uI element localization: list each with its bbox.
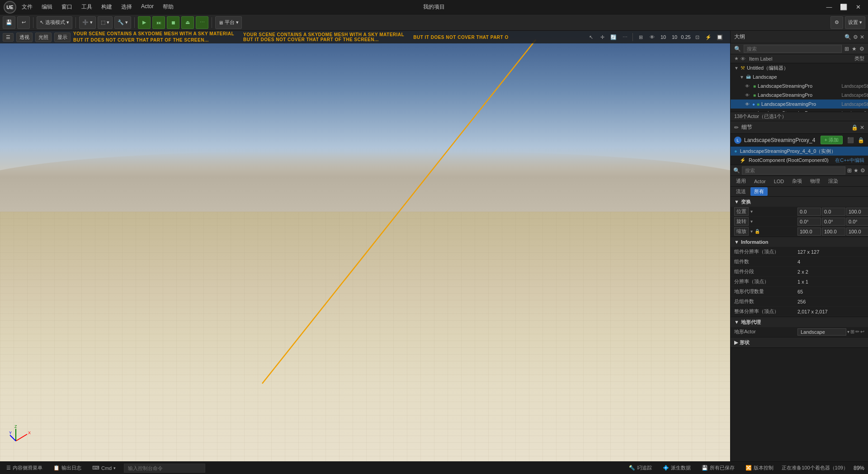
tree-item-untitled[interactable]: ▼ ⚒ Untitled（编辑器） xyxy=(731,63,868,72)
shape-section-header[interactable]: ▶ 形状 xyxy=(731,337,868,347)
vp-grid-icon[interactable]: ⊞ xyxy=(636,32,646,42)
settings-button[interactable]: ⚙ xyxy=(830,16,843,29)
eye-icon1[interactable]: 👁 xyxy=(745,84,750,89)
settings-label-button[interactable]: 设置 ▾ xyxy=(845,16,865,29)
outliner-star-icon[interactable]: ★ xyxy=(852,46,857,52)
tab-misc[interactable]: 杂项 xyxy=(788,177,806,185)
play-button[interactable]: ▶ xyxy=(138,16,151,29)
vp-view-icon[interactable]: 👁 xyxy=(647,32,657,42)
undo-button[interactable]: ↩ xyxy=(17,16,30,29)
tab-physics[interactable]: 物理 xyxy=(807,177,824,185)
menu-actor[interactable]: Actor xyxy=(139,2,156,12)
information-section-header[interactable]: ▼ Information xyxy=(731,237,868,247)
save-button[interactable]: 💾 xyxy=(3,16,15,29)
tab-lod[interactable]: LOD xyxy=(770,178,788,185)
vp-perspective-button[interactable]: 透视 xyxy=(16,33,33,42)
minimize-button[interactable]: — xyxy=(823,3,835,12)
comp-root-link[interactable]: 在C++中编辑 xyxy=(835,157,864,164)
platform-button[interactable]: 🖥 平台 ▾ xyxy=(215,16,242,29)
rot-dropdown[interactable]: 旋转 xyxy=(734,217,749,226)
stop-button[interactable]: ⏹ xyxy=(167,16,179,29)
outliner-gear-icon[interactable]: ⚙ xyxy=(859,46,864,52)
eye-icon3[interactable]: 👁 xyxy=(745,102,750,107)
eye-icon2[interactable]: 👁 xyxy=(745,93,750,98)
vp-more-icon[interactable]: ⋯ xyxy=(620,32,630,42)
tree-item-landscape[interactable]: ▼ 🏔 Landscape xyxy=(731,72,868,81)
vp-show-button[interactable]: 显示 xyxy=(54,33,71,42)
terrain-proxy-section-header[interactable]: ▼ 地形代理 xyxy=(731,317,868,327)
close-button[interactable]: ✕ xyxy=(852,3,864,12)
comp-item-main[interactable]: ● LandscapeStreamingProxy_4_4_0（实例） xyxy=(731,147,868,156)
details-search-input[interactable] xyxy=(742,166,845,175)
outliner-settings-icon[interactable]: ⚙ xyxy=(853,34,858,40)
skip-button[interactable]: ⏭ xyxy=(152,16,165,29)
details-close-icon[interactable]: ✕ xyxy=(860,124,864,131)
add-button[interactable]: ➕ ▾ xyxy=(79,16,96,29)
rot-y-input[interactable] xyxy=(822,218,845,226)
outliner-close-icon[interactable]: ✕ xyxy=(860,34,864,40)
rot-x-input[interactable] xyxy=(797,218,821,226)
vp-menu-button[interactable]: ☰ xyxy=(3,33,14,42)
output-log-button[interactable]: 📋 输出日志 xyxy=(51,464,84,472)
details-settings-icon[interactable]: ⚙ xyxy=(860,167,865,174)
vp-icon2[interactable]: ⚡ xyxy=(703,32,713,42)
outliner-type-icon[interactable]: ⊞ xyxy=(844,46,849,52)
details-lock-icon[interactable]: 🔒 xyxy=(851,124,858,131)
subtab-streaming[interactable]: 流送 xyxy=(732,187,750,196)
pos-x-input[interactable] xyxy=(797,208,821,216)
details-grid-icon[interactable]: ⊞ xyxy=(847,167,852,174)
pos-y-input[interactable] xyxy=(822,208,845,216)
outliner-search-icon[interactable]: 🔍 xyxy=(844,34,851,40)
transform-section-header[interactable]: ▼ 变换 xyxy=(731,197,868,207)
spawn-data-button[interactable]: 💠 派生数据 xyxy=(660,464,693,472)
vp-lighting-button[interactable]: 光照 xyxy=(35,33,52,42)
tree-item-proxy4[interactable]: 👁 ■ LandscapeStreamingPro LandscapeSt xyxy=(731,109,868,112)
details-star-icon[interactable]: ★ xyxy=(854,167,859,174)
landscape-actor-dropdown[interactable]: Landscape ▾ xyxy=(797,328,849,336)
cmd-input[interactable] xyxy=(124,464,205,473)
tree-item-proxy1[interactable]: 👁 ■ LandscapeStreamingPro LandscapeSt xyxy=(731,81,868,90)
tree-item-proxy3[interactable]: 👁 ● ■ LandscapeStreamingPro LandscapeSt xyxy=(731,100,868,109)
eject-button[interactable]: ⏏ xyxy=(181,16,194,29)
tab-render[interactable]: 渲染 xyxy=(825,177,842,185)
maximize-button[interactable]: ⬜ xyxy=(837,3,850,12)
subtab-all[interactable]: 所有 xyxy=(750,187,768,196)
menu-edit[interactable]: 编辑 xyxy=(40,2,54,12)
maximize-icon[interactable]: ⬛ xyxy=(847,137,854,143)
more-play-button[interactable]: ⋯ xyxy=(196,16,208,29)
vp-icon3[interactable]: 🔲 xyxy=(715,32,725,42)
landscape-icon3[interactable]: ↩ xyxy=(860,329,864,335)
add-component-button[interactable]: + 添加 xyxy=(821,136,843,144)
pos-z-input[interactable] xyxy=(846,208,868,216)
landscape-icon1[interactable]: ⊞ xyxy=(850,329,854,335)
tree-item-proxy2[interactable]: 👁 ■ LandscapeStreamingPro LandscapeSt xyxy=(731,90,868,100)
version-control-button[interactable]: 🔀 版本控制 xyxy=(743,464,776,472)
path-tracing-button[interactable]: 🔦 叼追踪 xyxy=(626,464,655,472)
menu-build[interactable]: 构建 xyxy=(99,2,114,12)
menu-file[interactable]: 文件 xyxy=(20,2,34,12)
vp-move-icon[interactable]: ✛ xyxy=(597,32,607,42)
menu-select[interactable]: 选择 xyxy=(119,2,134,12)
comp-item-root[interactable]: ⚡ RootComponent (RootComponent0) 在C++中编辑 xyxy=(731,156,868,165)
cmd-button[interactable]: ⌨ Cmd ▾ xyxy=(90,464,118,472)
lock-scale-icon[interactable]: 🔒 xyxy=(755,229,760,234)
menu-tools[interactable]: 工具 xyxy=(80,2,94,12)
outliner-search-input[interactable] xyxy=(744,45,842,53)
menu-window[interactable]: 窗口 xyxy=(60,2,74,12)
viewport[interactable]: 透视 xyxy=(0,31,730,461)
vp-icon1[interactable]: ⊡ xyxy=(692,32,702,42)
scale-x-input[interactable] xyxy=(797,228,821,236)
vp-snap-icon[interactable]: 🔄 xyxy=(609,32,618,42)
pos-dropdown[interactable]: 位置 xyxy=(734,207,749,216)
save-all-button[interactable]: 💾 所有已保存 xyxy=(699,464,737,472)
build-button[interactable]: 🔧 ▾ xyxy=(114,16,131,29)
menu-help[interactable]: 帮助 xyxy=(161,2,175,12)
scale-z-input[interactable] xyxy=(846,228,868,236)
landscape-icon2[interactable]: ✏ xyxy=(855,329,859,335)
scale-y-input[interactable] xyxy=(822,228,845,236)
lock-icon[interactable]: 🔒 xyxy=(858,137,864,143)
tab-actor[interactable]: Actor xyxy=(750,178,769,185)
tab-general[interactable]: 通用 xyxy=(732,177,750,185)
scale-dropdown[interactable]: 缩放 xyxy=(734,227,749,236)
vp-select-icon[interactable]: ↖ xyxy=(586,32,596,42)
